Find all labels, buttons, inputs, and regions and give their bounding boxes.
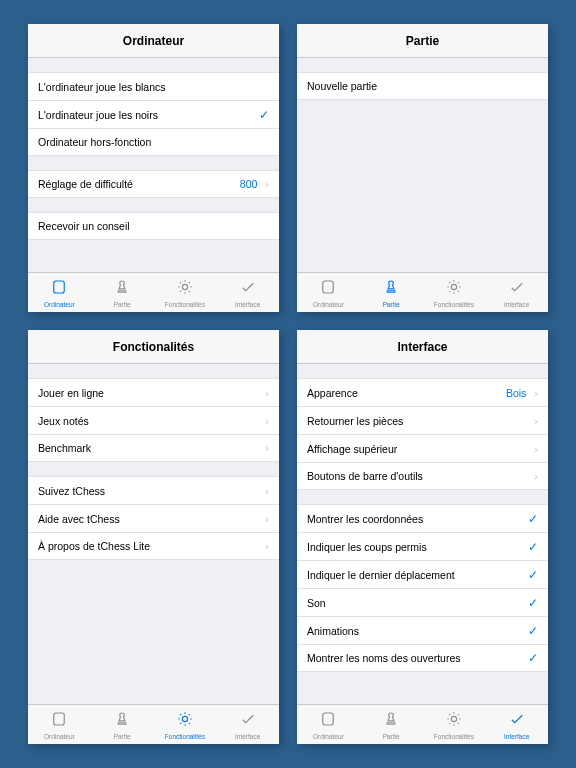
chevron-right-icon: ›: [534, 443, 538, 455]
row-label: Montrer les noms des ouvertures: [307, 652, 524, 664]
tab-item[interactable]: Fonctionalités: [154, 705, 217, 744]
pawn-icon: [382, 710, 400, 732]
row-label: Son: [307, 597, 524, 609]
tab-item[interactable]: Ordinateur: [297, 705, 360, 744]
settings-list: L'ordinateur joue les blancsL'ordinateur…: [28, 58, 279, 272]
tab-item[interactable]: Ordinateur: [28, 273, 91, 312]
row-label: Montrer les coordonnées: [307, 513, 524, 525]
tab-item[interactable]: Partie: [91, 273, 154, 312]
settings-group: L'ordinateur joue les blancsL'ordinateur…: [28, 72, 279, 156]
settings-row[interactable]: Montrer les noms des ouvertures✓: [297, 644, 548, 672]
settings-row[interactable]: Suivez tChess›: [28, 476, 279, 504]
computer-icon: [50, 710, 68, 732]
chevron-right-icon: ›: [265, 415, 269, 427]
tab-item[interactable]: Interface: [216, 273, 279, 312]
settings-group: Recevoir un conseil: [28, 212, 279, 240]
chevron-right-icon: ›: [534, 415, 538, 427]
settings-row[interactable]: ApparenceBois›: [297, 378, 548, 406]
row-label: Benchmark: [38, 442, 261, 454]
tab-item[interactable]: Fonctionalités: [154, 273, 217, 312]
settings-row[interactable]: L'ordinateur joue les noirs✓: [28, 100, 279, 128]
tab-item[interactable]: Ordinateur: [28, 705, 91, 744]
tab-item[interactable]: Interface: [485, 273, 548, 312]
settings-row[interactable]: Jouer en ligne›: [28, 378, 279, 406]
computer-icon: [319, 278, 337, 300]
settings-row[interactable]: Aide avec tChess›: [28, 504, 279, 532]
settings-group: Suivez tChess›Aide avec tChess›À propos …: [28, 476, 279, 560]
tab-label: Ordinateur: [44, 301, 75, 308]
settings-row[interactable]: Ordinateur hors-fonction: [28, 128, 279, 156]
settings-row[interactable]: Retourner les pièces›: [297, 406, 548, 434]
tab-item[interactable]: Partie: [91, 705, 154, 744]
gear-icon: [445, 710, 463, 732]
tab-label: Ordinateur: [313, 733, 344, 740]
row-label: L'ordinateur joue les noirs: [38, 109, 255, 121]
settings-group: Jouer en ligne›Jeux notés›Benchmark›: [28, 378, 279, 462]
settings-row[interactable]: Recevoir un conseil: [28, 212, 279, 240]
pawn-icon: [113, 710, 131, 732]
chevron-right-icon: ›: [534, 387, 538, 399]
checkmark-icon: ✓: [528, 568, 538, 582]
row-label: Suivez tChess: [38, 485, 261, 497]
checkmark-icon: ✓: [528, 512, 538, 526]
gear-icon: [445, 278, 463, 300]
settings-group: ApparenceBois›Retourner les pièces›Affic…: [297, 378, 548, 490]
tab-label: Partie: [114, 733, 131, 740]
tab-label: Ordinateur: [44, 733, 75, 740]
checkmark-icon: ✓: [528, 651, 538, 665]
settings-row[interactable]: Animations✓: [297, 616, 548, 644]
svg-point-5: [182, 716, 187, 721]
page-title: Fonctionalités: [28, 330, 279, 364]
check-icon: [508, 278, 526, 300]
settings-pane: InterfaceApparenceBois›Retourner les piè…: [297, 330, 548, 744]
chevron-right-icon: ›: [265, 513, 269, 525]
settings-list: ApparenceBois›Retourner les pièces›Affic…: [297, 364, 548, 704]
settings-row[interactable]: Affichage supérieur›: [297, 434, 548, 462]
checkmark-icon: ✓: [259, 108, 269, 122]
tab-item[interactable]: Ordinateur: [297, 273, 360, 312]
settings-row[interactable]: L'ordinateur joue les blancs: [28, 72, 279, 100]
settings-row[interactable]: Indiquer le dernier déplacement✓: [297, 560, 548, 588]
tab-bar: OrdinateurPartieFonctionalitésInterface: [297, 704, 548, 744]
settings-group: Réglage de difficulté800›: [28, 170, 279, 198]
tab-label: Partie: [114, 301, 131, 308]
page-title: Partie: [297, 24, 548, 58]
chevron-right-icon: ›: [265, 178, 269, 190]
svg-point-7: [451, 716, 456, 721]
tab-item[interactable]: Partie: [360, 705, 423, 744]
tab-item[interactable]: Fonctionalités: [423, 273, 486, 312]
settings-row[interactable]: Jeux notés›: [28, 406, 279, 434]
row-label: Nouvelle partie: [307, 80, 538, 92]
page-title: Ordinateur: [28, 24, 279, 58]
row-value: Bois: [506, 387, 526, 399]
row-label: L'ordinateur joue les blancs: [38, 81, 269, 93]
tab-label: Fonctionalités: [165, 733, 205, 740]
tab-item[interactable]: Fonctionalités: [423, 705, 486, 744]
tab-item[interactable]: Interface: [485, 705, 548, 744]
settings-row[interactable]: Réglage de difficulté800›: [28, 170, 279, 198]
tab-item[interactable]: Partie: [360, 273, 423, 312]
pawn-icon: [113, 278, 131, 300]
settings-row[interactable]: Son✓: [297, 588, 548, 616]
checkmark-icon: ✓: [528, 624, 538, 638]
tab-bar: OrdinateurPartieFonctionalitésInterface: [28, 272, 279, 312]
row-label: Animations: [307, 625, 524, 637]
settings-group: Nouvelle partie: [297, 72, 548, 100]
gear-icon: [176, 278, 194, 300]
svg-rect-2: [323, 281, 334, 293]
tab-item[interactable]: Interface: [216, 705, 279, 744]
checkmark-icon: ✓: [528, 596, 538, 610]
row-value: 800: [240, 178, 258, 190]
settings-row[interactable]: Indiquer les coups permis✓: [297, 532, 548, 560]
settings-row[interactable]: Nouvelle partie: [297, 72, 548, 100]
settings-row[interactable]: Benchmark›: [28, 434, 279, 462]
row-label: Jeux notés: [38, 415, 261, 427]
settings-row[interactable]: Boutons de barre d'outils›: [297, 462, 548, 490]
settings-row[interactable]: Montrer les coordonnées✓: [297, 504, 548, 532]
svg-rect-0: [54, 281, 65, 293]
settings-list: Jouer en ligne›Jeux notés›Benchmark›Suiv…: [28, 364, 279, 704]
row-label: Réglage de difficulté: [38, 178, 240, 190]
tab-label: Partie: [383, 733, 400, 740]
settings-row[interactable]: À propos de tChess Lite›: [28, 532, 279, 560]
row-label: Indiquer les coups permis: [307, 541, 524, 553]
